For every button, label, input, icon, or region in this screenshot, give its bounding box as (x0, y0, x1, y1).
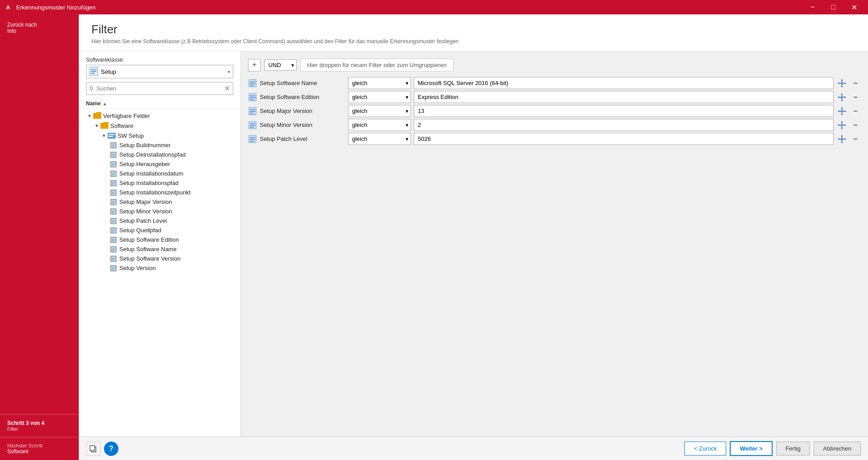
tree-leaf-software-edition[interactable]: Setup Software Edition (79, 235, 240, 244)
page-title: Filter (91, 23, 855, 36)
svg-rect-23 (112, 174, 115, 174)
field-icon (110, 237, 117, 243)
filter-field-icon (248, 79, 257, 88)
tree-label-software: Software (110, 122, 133, 129)
finish-button[interactable]: Fertig (776, 442, 810, 455)
filter-row: Setup Software Name gleich ungleich enth… (248, 77, 861, 89)
svg-marker-73 (837, 82, 839, 84)
field-icon (110, 142, 117, 149)
copy-button[interactable] (86, 442, 100, 456)
dropdown-arrow-icon: ▾ (228, 69, 230, 74)
svg-rect-46 (112, 230, 115, 230)
maximize-button[interactable]: □ (823, 0, 844, 14)
tree-leaf-installationsdatum[interactable]: Setup Installationsdatum (79, 169, 240, 178)
filter-operator-software-name[interactable]: gleich ungleich enthält (348, 77, 411, 89)
tree-leaf-deinstallationspfad[interactable]: Setup Deinstallationspfad (79, 150, 240, 159)
tree-leaf-software-version[interactable]: Setup Software Version (79, 254, 240, 263)
step-name: Filter (7, 426, 72, 432)
svg-rect-68 (250, 85, 253, 86)
softwareklasse-dropdown[interactable]: Setup ▾ (86, 65, 233, 78)
svg-rect-116 (90, 446, 95, 451)
help-button[interactable]: ? (104, 442, 118, 456)
remove-filter-button[interactable]: − (850, 120, 861, 131)
svg-rect-47 (112, 230, 115, 231)
filter-op-wrapper: gleich ungleich (348, 133, 411, 145)
next-nav-button[interactable]: Weiter > (730, 441, 773, 456)
tree-item-software[interactable]: ▼ Software (79, 121, 240, 131)
drag-handle-icon[interactable] (836, 134, 847, 144)
filter-label-major-version: Setup Major Version (260, 108, 345, 114)
svg-rect-14 (112, 154, 115, 154)
filter-value-software-name[interactable] (414, 77, 834, 89)
filter-operator-software-edition[interactable]: gleich ungleich (348, 91, 411, 103)
tree-label-installationszeitpunkt: Setup Installationszeitpunkt (119, 189, 190, 196)
softwareklasse-label: Softwareklasse: (79, 51, 240, 65)
tree-leaf-herausgeber[interactable]: Setup Herausgeber (79, 159, 240, 169)
tree-item-verfuegbare-felder[interactable]: ▼ Verfügbare Felder (79, 111, 240, 121)
tree-leaf-quellpfad[interactable]: Setup Quellpfad (79, 225, 240, 235)
titlebar: A Erkennungsmuster hinzufügen − □ ✕ (0, 0, 868, 14)
drag-handle-icon[interactable] (836, 106, 847, 117)
filter-operator-patch-level[interactable]: gleich ungleich (348, 133, 411, 145)
tree-leaf-major-version[interactable]: Setup Major Version (79, 197, 240, 207)
svg-rect-42 (112, 220, 115, 221)
svg-rect-32 (112, 194, 114, 194)
remove-filter-button[interactable]: − (850, 92, 861, 103)
svg-rect-63 (112, 268, 115, 269)
remove-filter-button[interactable]: − (850, 106, 861, 117)
tree-leaf-patch-level[interactable]: Setup Patch Level (79, 216, 240, 225)
tree-leaf-installationszeitpunkt[interactable]: Setup Installationszeitpunkt (79, 188, 240, 197)
svg-rect-43 (112, 221, 115, 221)
tree-leaf-software-name[interactable]: Setup Software Name (79, 244, 240, 254)
back-button[interactable]: Zurück nach Info (0, 14, 79, 40)
filter-value-software-edition[interactable] (414, 91, 834, 103)
tree-leaf-minor-version[interactable]: Setup Minor Version (79, 207, 240, 216)
back-nav-button[interactable]: < Zurück (684, 442, 726, 455)
filter-operator-minor-version[interactable]: gleich ungleich (348, 119, 411, 131)
und-wrapper: UND ODER (264, 59, 297, 71)
field-icon (110, 246, 117, 253)
field-icon (110, 256, 117, 262)
svg-rect-48 (112, 231, 114, 232)
tree-label-quellpfad: Setup Quellpfad (119, 227, 161, 234)
tree-leaf-version[interactable]: Setup Version (79, 263, 240, 273)
filter-op-wrapper: gleich ungleich enthält (348, 77, 411, 89)
window-title: Erkennungsmuster hinzufügen (16, 4, 802, 11)
search-clear-icon[interactable]: ✕ (224, 84, 230, 93)
svg-rect-5 (91, 73, 95, 74)
filter-value-patch-level[interactable] (414, 133, 834, 145)
svg-rect-30 (112, 192, 115, 192)
search-icon: ⚲ (89, 85, 94, 92)
field-icon (110, 208, 117, 215)
drag-handle-icon[interactable] (836, 120, 847, 131)
filter-operator-major-version[interactable]: gleich ungleich (348, 105, 411, 117)
tree-label-herausgeber: Setup Herausgeber (119, 161, 170, 167)
svg-rect-28 (112, 184, 114, 185)
search-input[interactable] (96, 85, 224, 92)
filter-rows: Setup Software Name gleich ungleich enth… (248, 77, 861, 145)
tree-container[interactable]: ▼ Verfügbare Felder ▼ Software (79, 109, 240, 437)
tree-leaf-installationspfad[interactable]: Setup Installationspfad (79, 178, 240, 188)
close-button[interactable]: ✕ (844, 0, 864, 14)
svg-marker-113 (837, 138, 839, 140)
drag-handle-icon[interactable] (836, 78, 847, 89)
field-icon (110, 152, 117, 158)
minimize-button[interactable]: − (802, 0, 823, 14)
svg-marker-111 (841, 135, 843, 136)
drag-handle-icon[interactable] (836, 92, 847, 103)
tree-item-sw-setup[interactable]: ▼ SW Setup (79, 131, 240, 140)
filter-value-major-version[interactable] (414, 105, 834, 117)
svg-rect-58 (112, 258, 115, 258)
tree-label-software-version: Setup Software Version (119, 255, 181, 262)
filter-value-minor-version[interactable] (414, 119, 834, 131)
svg-rect-20 (112, 165, 114, 166)
svg-rect-19 (112, 164, 115, 165)
field-icon (110, 199, 117, 205)
remove-filter-button[interactable]: − (850, 78, 861, 89)
remove-filter-button[interactable]: − (850, 134, 861, 144)
svg-rect-78 (250, 99, 253, 100)
tree-leaf-buildnummer[interactable]: Setup Buildnummer (79, 140, 240, 150)
add-filter-button[interactable]: + (248, 59, 261, 72)
und-select[interactable]: UND ODER (264, 59, 297, 71)
cancel-button[interactable]: Abbrechen (814, 442, 861, 455)
